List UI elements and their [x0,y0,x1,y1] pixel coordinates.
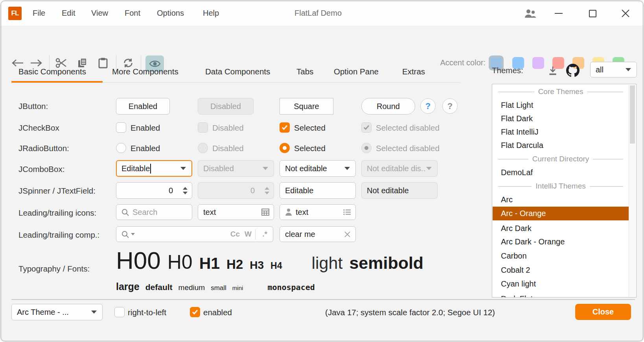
regex-button[interactable]: .* [262,230,267,238]
combobox-editable[interactable]: Editable [116,160,192,177]
tab-data-components[interactable]: Data Components [205,67,270,76]
chevron-down-icon [180,167,186,170]
match-case-button[interactable]: Cc [230,230,240,238]
tab-option-pane[interactable]: Option Pane [334,67,379,76]
theme-combobox[interactable]: Arc Theme - ... [11,304,103,320]
combobox-not-editable-disabled-value: Not editable dis... [367,164,426,173]
theme-list-item[interactable]: Flat Darcula [493,139,629,152]
theme-list-item[interactable]: Arc Dark - Orange [493,235,629,248]
paste-button[interactable] [96,56,110,70]
scrollbar-thumb[interactable] [630,85,635,144]
whole-words-button[interactable]: W [245,230,252,238]
textfield-not-editable: Not editable [361,182,438,199]
theme-list-item[interactable]: DemoLaf [493,166,629,179]
theme-filter-combobox[interactable]: all [590,62,637,78]
textfield-not-editable-value: Not editable [367,186,409,195]
window-title: FlatLaf Demo [294,9,342,18]
clear-me-field[interactable]: clear me [280,226,356,242]
rtl-checkbox[interactable] [114,307,125,317]
menu-file[interactable]: File [33,9,45,18]
theme-list-item[interactable]: Flat IntelliJ [493,125,629,139]
enabled-checkbox[interactable] [190,307,200,317]
text-field-leading-user-trailing-list[interactable]: text [280,204,356,220]
checkbox-enabled[interactable] [116,122,126,133]
h2-sample: H2 [226,258,243,272]
app-window: FL File Edit View Font Options Help Flat… [1,1,643,341]
radio-enabled-label[interactable]: Enabled [131,144,160,153]
download-themes-button[interactable] [546,65,559,77]
maximize-button[interactable] [585,7,600,20]
help-button-secondary[interactable]: ? [442,98,458,114]
menu-help[interactable]: Help [203,9,219,18]
theme-list-item[interactable]: Carbon [493,249,629,263]
close-dialog-button[interactable]: Close [575,304,631,320]
checkbox-enabled-label[interactable]: Enabled [131,123,160,133]
tab-extras[interactable]: Extras [402,67,425,76]
jspinner-label: JSpinner / JTextField: [18,186,96,196]
theme-list: Core Themes Flat Light Flat Dark Flat In… [492,84,637,298]
maximize-icon [589,10,596,17]
theme-list-item[interactable]: Flat Dark [493,112,629,125]
accent-swatch-purple[interactable] [532,57,544,69]
checkbox-selected[interactable] [280,122,290,133]
checkbox-selected-label[interactable]: Selected [294,123,326,133]
radio-enabled[interactable] [116,143,126,153]
search-field-with-match-controls[interactable]: Cc W .* [116,226,273,242]
leading-trailing-icons-label: Leading/trailing icons: [18,208,96,218]
spinner-disabled: 0 [198,182,274,199]
download-icon [548,66,558,76]
menu-options[interactable]: Options [157,9,184,18]
list-icon [343,209,351,215]
text-field-trailing-calendar[interactable]: text [198,204,274,220]
spinner-enabled[interactable]: 0 [116,182,192,199]
help-button-primary[interactable]: ? [420,98,436,114]
round-button[interactable]: Round [361,98,415,115]
tab-more-components[interactable]: More Components [112,67,178,76]
theme-list-scrollbar[interactable] [629,85,636,297]
clear-me-value: clear me [285,230,315,239]
theme-list-item-selected[interactable]: Arc - Orange [493,207,629,220]
search-placeholder: Search [132,208,157,217]
close-window-button[interactable] [618,7,633,20]
h4-sample: H4 [270,261,282,270]
square-button[interactable]: Square [280,98,333,115]
minimize-button[interactable] [552,7,566,20]
checkbox-selected-disabled [361,122,372,133]
github-button[interactable] [566,63,580,78]
spinner-up-icon[interactable] [183,187,188,190]
radio-selected[interactable] [280,143,290,153]
typography-heading-samples: H00 H0 H1 H2 H3 H4 light semibold [116,248,423,273]
spinner-down-icon[interactable] [183,192,188,194]
theme-list-item[interactable]: Cobalt 2 [493,263,629,277]
theme-list-item[interactable]: Arc Dark [493,222,629,235]
menu-font[interactable]: Font [125,9,140,18]
enabled-checkbox-label[interactable]: enabled [203,308,232,317]
spinner-arrows[interactable] [183,187,188,194]
radio-selected-label[interactable]: Selected [294,144,326,153]
combobox-not-editable[interactable]: Not editable [280,160,356,177]
theme-list-item[interactable]: Arc [493,193,629,206]
theme-list-item[interactable]: Cyan light [493,277,629,290]
users-button[interactable] [523,7,537,20]
enabled-button[interactable]: Enabled [116,98,170,115]
menu-view[interactable]: View [91,9,108,18]
minimize-icon [555,13,563,14]
chevron-down-icon [626,68,631,71]
theme-list-item[interactable]: Flat Light [493,98,629,112]
search-options-chevron-icon[interactable] [131,233,135,235]
search-icon [121,209,129,216]
clear-icon[interactable] [344,231,350,237]
search-field[interactable]: Search [116,204,192,220]
rtl-checkbox-label[interactable]: right-to-left [128,308,166,317]
tab-basic-components[interactable]: Basic Components [18,67,86,76]
h00-sample: H00 [116,248,161,273]
theme-list-item[interactable]: Dark Flat [493,292,629,298]
github-icon [566,64,580,77]
radio-disabled-label: Disabled [212,144,244,153]
theme-separator-intellij: IntelliJ Themes [493,179,629,193]
menu-edit[interactable]: Edit [62,9,75,18]
textfield-editable[interactable]: Editable [280,182,356,199]
chevron-down-icon [426,167,432,170]
tab-tabs[interactable]: Tabs [296,67,313,76]
small-sample: small [211,285,226,292]
